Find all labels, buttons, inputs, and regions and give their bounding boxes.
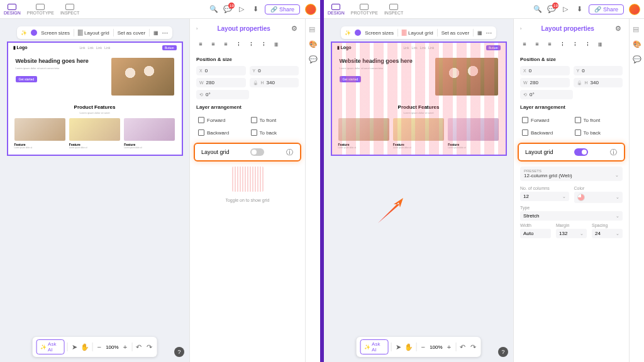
distribute-icon[interactable]: ⫼ (596, 40, 604, 48)
tab-prototype[interactable]: PROTOTYPE (27, 4, 54, 15)
type-field[interactable]: Stretch⌄ (520, 211, 623, 221)
magic-icon[interactable]: ✨ (345, 30, 351, 36)
align-left-icon[interactable]: ≡ (520, 40, 529, 48)
align-middle-icon[interactable]: ⫶ (247, 40, 255, 48)
canvas[interactable]: ✨ Screen sizes Layout grid Set as cover … (324, 19, 513, 362)
zoom-in-icon[interactable]: + (445, 343, 453, 351)
tab-prototype[interactable]: PROTOTYPE (351, 4, 378, 15)
more-icon[interactable]: ··· (162, 30, 169, 36)
design-frame[interactable]: ▮ Logo LinkLinkLinkLink Button Website h… (331, 41, 507, 156)
ask-ai-button[interactable]: ✨ Ask AI (360, 339, 389, 354)
layout-grid-toggle[interactable] (250, 148, 264, 156)
align-left-icon[interactable]: ≡ (196, 40, 205, 48)
info-icon[interactable]: ⓘ (609, 148, 618, 156)
avatar[interactable] (305, 4, 316, 15)
layout-grid-button[interactable]: Layout grid (78, 30, 109, 36)
rotation-field[interactable]: ⟲0° (520, 90, 573, 99)
set-cover-button[interactable]: Set as cover (118, 30, 145, 36)
align-center-icon[interactable]: ≡ (533, 40, 541, 48)
tab-inspect[interactable]: INSPECT (384, 4, 403, 15)
play-icon[interactable]: ▷ (237, 5, 246, 14)
lock-icon[interactable] (253, 80, 258, 85)
columns-field[interactable]: 12⌄ (520, 192, 569, 201)
zoom-out-icon[interactable]: − (95, 343, 103, 351)
play-icon[interactable]: ▷ (561, 5, 570, 14)
undo-icon[interactable]: ↶ (135, 343, 143, 351)
hand-icon[interactable]: ✋ (80, 343, 89, 351)
more-icon[interactable]: ··· (486, 30, 492, 36)
collapse-icon[interactable]: › (520, 26, 521, 31)
align-bottom-icon[interactable]: ⫶ (583, 40, 592, 48)
lock-icon[interactable] (577, 80, 582, 85)
tab-design[interactable]: DESIGN (328, 4, 345, 15)
redo-icon[interactable]: ↷ (469, 343, 477, 351)
chat-icon[interactable]: 💬 (633, 55, 641, 64)
tab-design[interactable]: DESIGN (4, 4, 21, 15)
forward-button[interactable]: Forward (196, 115, 247, 125)
width-field[interactable]: W280 (520, 78, 570, 87)
height-field[interactable]: H340 (250, 78, 299, 87)
backward-button[interactable]: Backward (196, 128, 247, 138)
layers-icon[interactable]: ▤ (633, 25, 641, 34)
undo-icon[interactable]: ↶ (458, 343, 467, 351)
zoom-level[interactable]: 100% (106, 344, 118, 350)
align-bottom-icon[interactable]: ⫶ (259, 40, 268, 48)
palette-icon[interactable]: 🎨 (309, 40, 318, 49)
tofront-button[interactable]: To front (573, 115, 623, 125)
preset-select[interactable]: PRESETS 12-column grid (Web)⌄ (520, 167, 623, 181)
search-icon[interactable]: 🔍 (209, 5, 218, 14)
align-right-icon[interactable]: ≡ (221, 40, 230, 48)
zoom-level[interactable]: 100% (430, 344, 442, 350)
align-center-icon[interactable]: ≡ (209, 40, 218, 48)
color-dot-icon[interactable] (355, 30, 361, 36)
y-field[interactable]: Y0 (574, 66, 623, 75)
color-dot-icon[interactable] (31, 30, 37, 36)
y-field[interactable]: Y0 (250, 66, 299, 75)
width-field[interactable]: W280 (196, 78, 246, 87)
comments-icon[interactable]: 💬 (223, 5, 232, 14)
grid-width-field[interactable]: Auto (520, 229, 551, 238)
chat-icon[interactable]: 💬 (309, 55, 318, 64)
info-icon[interactable]: ⓘ (285, 148, 294, 156)
x-field[interactable]: X0 (520, 66, 570, 75)
ask-ai-button[interactable]: ✨ Ask AI (36, 339, 65, 354)
align-middle-icon[interactable]: ⫶ (570, 40, 579, 48)
color-field[interactable]: ⌄ (574, 192, 623, 203)
download-icon[interactable]: ⬇ (575, 5, 584, 14)
layout-grid-toggle[interactable] (574, 148, 588, 156)
layers-icon[interactable]: ▤ (309, 25, 318, 34)
rotation-field[interactable]: ⟲0° (196, 90, 249, 99)
backward-button[interactable]: Backward (520, 128, 570, 138)
help-button[interactable]: ? (174, 347, 184, 357)
search-icon[interactable]: 🔍 (533, 5, 542, 14)
tab-inspect[interactable]: INSPECT (60, 4, 79, 15)
align-top-icon[interactable]: ⫶ (558, 40, 567, 48)
screen-sizes-button[interactable]: Screen sizes (365, 30, 394, 36)
design-frame[interactable]: ▮ Logo LinkLinkLinkLink Button Website h… (7, 41, 183, 156)
height-field[interactable]: H340 (574, 78, 623, 87)
magic-icon[interactable]: ✨ (21, 30, 27, 36)
spacing-field[interactable]: 24⌄ (592, 229, 623, 238)
collapse-icon[interactable]: › (196, 26, 197, 31)
avatar[interactable] (629, 4, 640, 15)
toback-button[interactable]: To back (249, 128, 299, 138)
layout-grid-button[interactable]: Layout grid (402, 30, 433, 36)
align-top-icon[interactable]: ⫶ (234, 40, 243, 48)
checker-icon[interactable]: ▦ (153, 30, 158, 36)
x-field[interactable]: X0 (196, 66, 246, 75)
share-button[interactable]: 🔗 Share (589, 4, 624, 14)
settings-icon[interactable]: ⚙ (290, 24, 299, 33)
canvas[interactable]: ✨ Screen sizes Layout grid Set as cover … (0, 19, 189, 362)
align-right-icon[interactable]: ≡ (545, 40, 554, 48)
palette-icon[interactable]: 🎨 (633, 40, 641, 49)
tofront-button[interactable]: To front (249, 115, 299, 125)
zoom-in-icon[interactable]: + (121, 343, 130, 351)
checker-icon[interactable]: ▦ (477, 30, 482, 36)
distribute-icon[interactable]: ⫼ (272, 40, 280, 48)
comments-icon[interactable]: 💬 (547, 5, 556, 14)
cursor-icon[interactable]: ➤ (70, 343, 79, 351)
zoom-out-icon[interactable]: − (419, 343, 427, 351)
cursor-icon[interactable]: ➤ (394, 343, 402, 351)
hand-icon[interactable]: ✋ (404, 343, 413, 351)
toback-button[interactable]: To back (573, 128, 623, 138)
